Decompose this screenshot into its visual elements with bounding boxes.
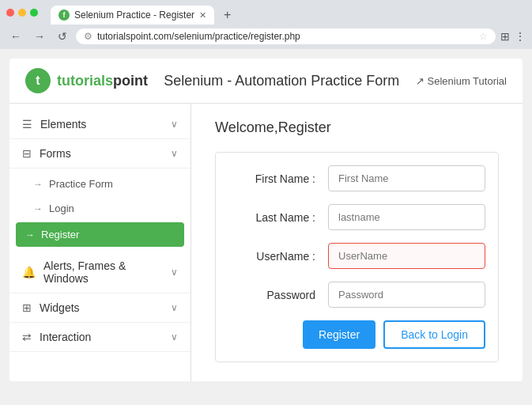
interaction-icon: ⇄ (22, 331, 32, 343)
content-area: Welcome,Register First Name : Last Name … (191, 104, 523, 381)
form-buttons: Register Back to Login (228, 320, 485, 349)
sidebar-item-register[interactable]: → Register (16, 222, 184, 247)
logo-icon: t (25, 68, 51, 93)
external-link-icon: ↗ (416, 75, 424, 87)
lastname-row: Last Name : (228, 204, 485, 230)
username-label: UserName : (228, 250, 315, 263)
back-button[interactable]: ← (6, 28, 25, 44)
practice-form-arrow-icon: → (33, 179, 43, 190)
sidebar-item-practice-form[interactable]: → Practice Form (9, 172, 191, 196)
sub-items-list: → Practice Form → Login → Register (9, 168, 191, 252)
widgets-icon: ⊞ (22, 301, 32, 314)
password-input[interactable] (328, 282, 485, 308)
tab-close-icon[interactable]: ✕ (199, 10, 206, 21)
tab-title: Selenium Practice - Register (74, 9, 194, 21)
login-arrow-icon: → (33, 203, 43, 214)
welcome-title: Welcome,Register (215, 119, 499, 136)
forms-icon: ⊟ (22, 147, 32, 160)
back-to-login-button[interactable]: Back to Login (383, 320, 485, 349)
extensions-icon[interactable]: ⊞ (500, 30, 510, 43)
selenium-tutorial-link[interactable]: ↗ Selenium Tutorial (416, 75, 507, 87)
forms-chevron-icon: ∨ (171, 148, 178, 159)
logo-text: tutorialspoint (57, 73, 148, 89)
register-button[interactable]: Register (303, 320, 375, 349)
url-text: tutorialspoint.com/selenium/practice/reg… (97, 31, 474, 42)
password-label: Password (228, 289, 315, 301)
password-row: Password (228, 282, 485, 308)
alerts-chevron-icon: ∨ (171, 267, 178, 278)
alerts-icon: 🔔 (22, 266, 36, 278)
firstname-label: First Name : (228, 172, 315, 185)
register-arrow-icon: → (25, 229, 35, 240)
traffic-light-red[interactable] (6, 9, 14, 17)
widgets-chevron-icon: ∨ (171, 302, 178, 313)
menu-icon[interactable]: ⋮ (515, 30, 526, 43)
form-section: First Name : Last Name : UserName : Pass… (215, 152, 499, 362)
sidebar-item-forms[interactable]: ⊟ Forms ∨ (9, 139, 191, 168)
logo-area: t tutorialspoint (25, 68, 148, 93)
page-title: Selenium - Automation Practice Form (164, 73, 400, 89)
sidebar-item-widgets[interactable]: ⊞ Widgets ∨ (9, 293, 191, 323)
new-tab-button[interactable]: + (217, 5, 237, 25)
lastname-input[interactable] (328, 204, 485, 230)
address-bar[interactable]: ⚙ tutorialspoint.com/selenium/practice/r… (76, 28, 496, 44)
site-header: t tutorialspoint Selenium - Automation P… (9, 59, 523, 104)
forward-button[interactable]: → (30, 28, 49, 44)
username-row: UserName : (228, 243, 485, 269)
username-input[interactable] (328, 243, 485, 269)
firstname-input[interactable] (328, 165, 485, 191)
elements-icon: ☰ (22, 118, 32, 131)
tab-favicon (58, 9, 70, 21)
sidebar-item-alerts[interactable]: 🔔 Alerts, Frames & Windows ∨ (9, 252, 191, 293)
sidebar-item-interaction[interactable]: ⇄ Interaction ∨ (9, 323, 191, 352)
sidebar-item-elements[interactable]: ☰ Elements ∨ (9, 110, 191, 139)
interaction-chevron-icon: ∨ (171, 331, 178, 343)
refresh-button[interactable]: ↺ (54, 28, 71, 44)
browser-tab[interactable]: Selenium Practice - Register ✕ (51, 6, 214, 25)
elements-chevron-icon: ∨ (171, 119, 178, 130)
traffic-light-yellow[interactable] (18, 9, 26, 17)
lastname-label: Last Name : (228, 211, 315, 224)
sidebar-item-login[interactable]: → Login (9, 196, 191, 221)
firstname-row: First Name : (228, 165, 485, 191)
bookmark-icon: ☆ (479, 31, 488, 42)
sidebar: ☰ Elements ∨ ⊟ Forms ∨ → Practice Form (9, 104, 191, 381)
traffic-light-green[interactable] (30, 9, 38, 17)
